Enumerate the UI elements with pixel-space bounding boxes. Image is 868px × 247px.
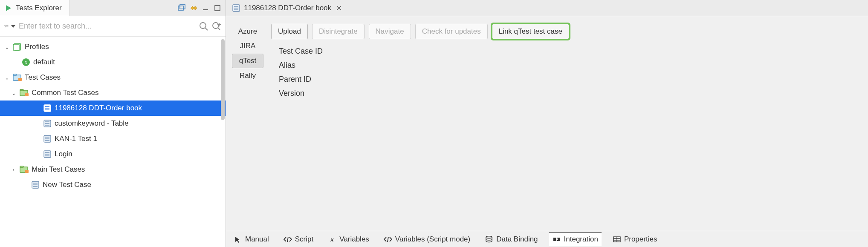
folder-icon <box>20 88 29 98</box>
code-icon <box>284 235 292 244</box>
database-icon <box>485 235 493 244</box>
upload-button[interactable]: Upload <box>271 24 308 39</box>
close-icon[interactable] <box>335 4 343 12</box>
tree-node-common-test-cases[interactable]: ⌄ Common Test Cases <box>0 85 226 101</box>
tree-node-kan1[interactable]: KAN-1 Test 1 <box>0 131 226 146</box>
link-editor-icon[interactable] <box>189 3 198 13</box>
tree-scrollbar[interactable] <box>221 39 225 120</box>
project-tree[interactable]: ⌄ Profiles x default ⌄ Test Cases ⌄ Comm <box>0 37 226 247</box>
collapse-all-icon[interactable] <box>177 3 186 13</box>
search-filter-dropdown[interactable] <box>4 23 15 30</box>
navigate-button[interactable]: Navigate <box>369 24 411 39</box>
tree-label: Common Test Cases <box>32 89 98 97</box>
maximize-icon[interactable] <box>213 3 222 13</box>
svg-rect-58 <box>557 238 560 241</box>
integration-content: Upload Disintegrate Navigate Check for u… <box>271 24 864 231</box>
tab-label: Integration <box>564 235 598 244</box>
tree-label: Profiles <box>25 43 49 51</box>
tree-label: Main Test Cases <box>32 165 85 174</box>
svg-text:x: x <box>330 236 334 242</box>
tree-node-profiles[interactable]: ⌄ Profiles <box>0 39 226 55</box>
field-parent-id-label: Parent ID <box>279 75 864 84</box>
svg-rect-18 <box>13 74 17 75</box>
left-tab-bar: Tests Explorer <box>0 0 226 16</box>
tab-label: Data Binding <box>496 235 538 244</box>
editor-panel: 11986128 DDT-Order book Azure JIRA qTest… <box>226 0 868 247</box>
link-qtest-button[interactable]: Link qTest test case <box>492 24 569 39</box>
tab-label: Script <box>295 235 313 244</box>
svg-point-56 <box>486 236 492 238</box>
tree-node-main-test-cases[interactable]: › Main Test Cases <box>0 162 226 177</box>
svg-line-8 <box>205 28 208 30</box>
tab-script[interactable]: Script <box>280 233 317 246</box>
integration-tab-jira[interactable]: JIRA <box>232 39 263 53</box>
tab-integration[interactable]: Integration <box>549 232 602 246</box>
search-add-icon[interactable] <box>212 22 221 31</box>
svg-text:x: x <box>24 59 27 65</box>
integration-tab-qtest[interactable]: qTest <box>232 54 263 68</box>
tests-explorer-tab[interactable]: Tests Explorer <box>0 0 70 16</box>
tree-node-test-cases[interactable]: ⌄ Test Cases <box>0 70 226 85</box>
code-icon <box>384 235 392 244</box>
svg-rect-1 <box>178 6 183 10</box>
svg-marker-52 <box>235 237 240 243</box>
field-alias-label: Alias <box>279 61 864 70</box>
tree-node-order-book[interactable]: 11986128 DDT-Order book <box>0 101 226 116</box>
search-bar <box>0 16 226 37</box>
editor-body: Azure JIRA qTest Rally Upload Disintegra… <box>226 16 868 231</box>
tree-node-customkeyword[interactable]: customkeyword - Table <box>0 116 226 131</box>
profile-icon: x <box>21 57 31 67</box>
tree-node-new-test-case[interactable]: New Test Case <box>0 177 226 192</box>
chevron-right-icon[interactable]: › <box>10 167 17 173</box>
tree-node-default-profile[interactable]: x default <box>0 55 226 70</box>
tree-node-login[interactable]: Login <box>0 146 226 162</box>
minimize-icon[interactable] <box>201 3 210 13</box>
tab-variables[interactable]: x Variables <box>324 233 373 246</box>
editor-tab-title: 11986128 DDT-Order book <box>244 4 331 12</box>
disintegrate-button[interactable]: Disintegrate <box>312 24 365 39</box>
test-case-icon <box>232 4 240 12</box>
tab-label: Variables (Script mode) <box>395 235 470 244</box>
svg-rect-19 <box>18 78 22 81</box>
checklist-icon <box>4 23 9 30</box>
integration-icon <box>553 235 561 244</box>
svg-point-7 <box>200 23 206 29</box>
field-version-label: Version <box>279 89 864 98</box>
tab-manual[interactable]: Manual <box>230 233 272 246</box>
editor-tab-order-book[interactable]: 11986128 DDT-Order book <box>228 0 349 16</box>
left-panel-toolbar <box>177 0 226 16</box>
tab-properties[interactable]: Properties <box>609 233 660 246</box>
tab-label: Properties <box>624 235 657 244</box>
tab-data-binding[interactable]: Data Binding <box>481 233 541 246</box>
test-case-icon <box>43 119 52 128</box>
search-icon[interactable] <box>199 22 208 31</box>
chevron-down-icon[interactable]: ⌄ <box>3 75 10 81</box>
svg-line-53 <box>287 237 288 242</box>
variable-icon: x <box>328 235 336 244</box>
integration-tab-azure[interactable]: Azure <box>232 25 263 38</box>
svg-line-10 <box>218 28 220 30</box>
tests-explorer-title: Tests Explorer <box>16 4 62 12</box>
check-updates-button[interactable]: Check for updates <box>415 24 488 39</box>
editor-tab-bar: 11986128 DDT-Order book <box>226 0 868 16</box>
tree-label: KAN-1 Test 1 <box>55 135 97 143</box>
tab-variables-script[interactable]: Variables (Script mode) <box>380 233 474 246</box>
tree-label: default <box>33 58 55 66</box>
svg-point-9 <box>213 23 219 29</box>
svg-rect-40 <box>20 166 23 167</box>
test-case-icon <box>31 180 40 190</box>
tree-label: Test Cases <box>25 73 61 82</box>
tree-label: New Test Case <box>43 181 91 189</box>
integration-tab-list: Azure JIRA qTest Rally <box>232 24 263 231</box>
integration-tab-rally[interactable]: Rally <box>232 69 263 83</box>
svg-line-55 <box>388 237 388 242</box>
chevron-down-icon[interactable]: ⌄ <box>10 90 17 96</box>
integration-fields: Test Case ID Alias Parent ID Version <box>271 47 864 98</box>
test-case-icon <box>43 103 52 113</box>
chevron-down-icon[interactable]: ⌄ <box>3 44 10 50</box>
chevron-down-icon <box>11 25 15 28</box>
svg-rect-59 <box>556 238 558 240</box>
search-input[interactable] <box>19 22 196 31</box>
svg-rect-21 <box>20 89 23 91</box>
table-icon <box>613 235 621 244</box>
